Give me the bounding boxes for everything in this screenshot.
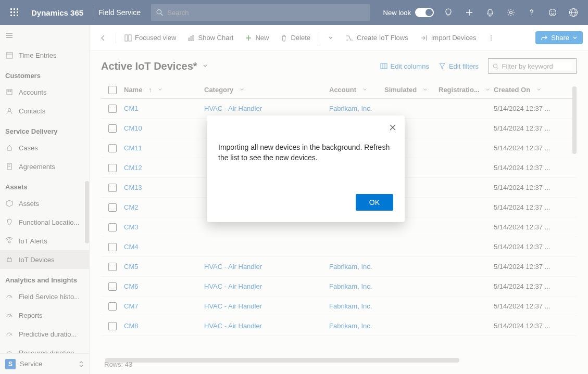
import-dialog: Importing all new devices in the backgro… bbox=[207, 115, 405, 222]
close-icon bbox=[389, 124, 396, 131]
dialog-text: Importing all new devices in the backgro… bbox=[218, 143, 393, 163]
dialog-close-button[interactable] bbox=[387, 122, 398, 133]
dialog-ok-button[interactable]: OK bbox=[356, 194, 393, 211]
